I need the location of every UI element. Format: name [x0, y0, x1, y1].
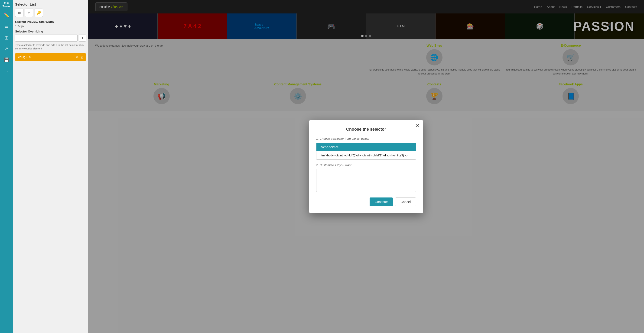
modal-step2-label: 2. Customize it if you want [316, 163, 322, 167]
preview-width-label: Current Preview Site Width [15, 20, 86, 24]
preview-width-value: 1053px [15, 24, 86, 28]
export-icon[interactable]: → [2, 66, 11, 76]
active-selector-label: .col-lg-3 h3 [18, 55, 76, 59]
edit-tweak-label: Edit Tweak [0, 0, 13, 10]
selector-panel: Selector List ⊕ ⌂ 🔑 Current Preview Site… [13, 0, 88, 166]
pages-icon[interactable]: ◫ [2, 33, 11, 42]
modal-step1-label: 1. Choose a selector from the list below [316, 137, 322, 140]
save-icon[interactable]: 💾 [2, 55, 11, 64]
selector-override-input[interactable] [15, 34, 78, 41]
selector-option-css-path[interactable]: html>body>div:nth-child(6)>div>div:nth-c… [316, 151, 322, 159]
modal-overlay: ✕ Choose the selector 1. Choose a select… [88, 0, 322, 166]
customize-icon[interactable]: ✏️ [2, 11, 11, 20]
home-btn[interactable]: ⌂ [25, 8, 33, 17]
left-toolbar: Edit Tweak ✏️ ☰ ◫ ↗ 💾 → [0, 0, 13, 166]
layout-icon[interactable]: ☰ [2, 22, 11, 31]
modal-selector-list: .home-service html>body>div:nth-child(6)… [316, 143, 322, 160]
arrow-icon[interactable]: ↗ [2, 44, 11, 53]
add-element-btn[interactable]: ⊕ [15, 8, 24, 17]
edit-selector-icon[interactable]: ✏ [76, 55, 79, 59]
selector-add-button[interactable]: + [79, 34, 86, 41]
selector-overriding-label: Selector Overriding [15, 30, 86, 33]
selector-hint: Type a selector to override and add it t… [15, 43, 86, 51]
modal-title: Choose the selector [316, 127, 322, 132]
selector-option-home-service[interactable]: .home-service [316, 143, 322, 151]
panel-title: Selector List [15, 2, 86, 6]
choose-selector-modal: ✕ Choose the selector 1. Choose a select… [309, 120, 322, 167]
active-selector-item[interactable]: .col-lg-3 h3 ✏ 🗑 [15, 53, 86, 61]
key-btn[interactable]: 🔑 [34, 8, 43, 17]
delete-selector-icon[interactable]: 🗑 [80, 55, 84, 59]
